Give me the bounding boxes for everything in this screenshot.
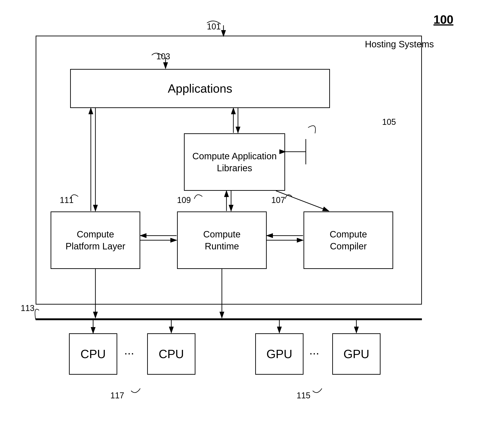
cr-label: ComputeRuntime	[203, 228, 240, 252]
cc-label: ComputeCompiler	[330, 228, 367, 252]
cpu1-label: CPU	[81, 347, 106, 361]
cpu1-box: CPU	[69, 333, 117, 375]
gpu1-label: GPU	[266, 347, 293, 361]
cal-label: Compute ApplicationLibraries	[192, 150, 277, 174]
gpu2-label: GPU	[344, 347, 369, 361]
ref-103: 103	[156, 52, 170, 61]
hosting-systems-label: Hosting Systems	[365, 39, 434, 49]
ref-101: 101	[207, 22, 221, 31]
cpu2-box: CPU	[147, 333, 195, 375]
applications-label: Applications	[168, 82, 232, 95]
ref-107: 107	[271, 195, 285, 205]
gpu-dots: ···	[309, 346, 319, 360]
ref-113: 113	[21, 303, 35, 313]
hardware-bus	[36, 318, 422, 320]
applications-box: Applications	[70, 69, 330, 108]
compute-compiler-box: ComputeCompiler	[303, 211, 393, 269]
compute-platform-layer-box: ComputePlatform Layer	[51, 211, 140, 269]
cpl-label: ComputePlatform Layer	[66, 228, 125, 252]
ref-105: 105	[382, 117, 396, 127]
cpu-dots: ···	[124, 346, 134, 360]
gpu1-box: GPU	[255, 333, 303, 375]
ref-117: 117	[110, 391, 124, 400]
ref-115: 115	[297, 391, 310, 400]
compute-application-libraries-box: Compute ApplicationLibraries	[184, 133, 285, 191]
gpu2-box: GPU	[332, 333, 381, 375]
ref-111: 111	[60, 195, 74, 205]
ref-109: 109	[177, 195, 191, 205]
compute-runtime-box: ComputeRuntime	[177, 211, 267, 269]
diagram-number: 100	[433, 13, 453, 26]
cpu2-label: CPU	[159, 347, 184, 361]
diagram: 100 Hosting Systems Applications Compute…	[0, 0, 481, 448]
